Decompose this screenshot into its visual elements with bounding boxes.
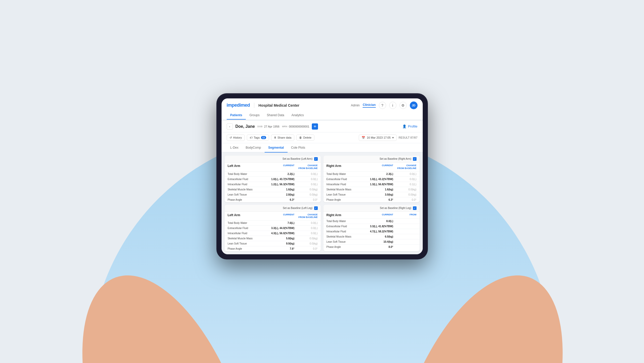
patient-meta: DOB 27 Apr 1956 <box>257 125 279 128</box>
result-value: 87/87 <box>410 136 418 139</box>
tab-l-dex[interactable]: L-Dex <box>227 143 242 153</box>
brand-logo: impedimed <box>227 103 250 108</box>
right-leg-current-header: CURRENT <box>370 213 393 217</box>
share-data-button[interactable]: ⬆ Share data <box>271 134 294 141</box>
table-row: Skeletal Muscle Mass 6.0(kg) <box>323 234 420 239</box>
left-leg-change-header: CHANGE FROM BASELINE <box>295 213 318 219</box>
check-icon: ✓ <box>315 207 317 209</box>
info-icon: i <box>392 103 393 107</box>
tags-button[interactable]: 🏷 Tags 11 <box>247 134 269 141</box>
tab-cole-plots[interactable]: Cole Plots <box>288 143 309 153</box>
action-buttons-left: ↺ History 🏷 Tags 11 ⬆ Share data 🗑 Delet… <box>227 134 314 141</box>
table-row: Lean Soft Tissue 9.9(kg) 0.0(kg) <box>225 241 321 246</box>
table-row: Extracellular Fluid 3.3(L), 44.0(%TBW) 0… <box>225 225 321 231</box>
left-leg-current-header: CURRENT <box>271 213 295 219</box>
tab-segmental[interactable]: Segmental <box>265 143 288 153</box>
eye-button[interactable]: 👁 <box>312 123 318 130</box>
brand-section: impedimed Hospital Medical Center <box>227 103 299 108</box>
left-arm-current-header: CURRENT <box>271 164 295 170</box>
action-right: 📅 16 Mar 2023 17:05 ▾ RESULT 87/87 <box>359 134 417 141</box>
patient-mrn: MRN 0000000000001 <box>282 125 309 128</box>
profile-button[interactable]: 👤 Profile <box>402 124 418 128</box>
right-leg-panel-bottom: Set as Baseline (Right Leg) ✓ Right Arm … <box>323 205 420 251</box>
delete-button[interactable]: 🗑 Delete <box>296 134 314 141</box>
table-row: Total Body Water 7.6(L) 0.0(L) <box>225 220 321 225</box>
table-row: Total Body Water 2.3(L) 0.0(L) <box>323 171 420 176</box>
share-label: Share data <box>278 136 291 139</box>
person-icon: 👤 <box>402 124 406 128</box>
table-row: Skeletal Muscle Mass 1.6(kg) 0.0(kg) <box>225 187 321 192</box>
left-leg-title: Left Arm <box>228 213 271 219</box>
table-row: Intracellular Fluid 4.7(L), 58.2(%TBW) <box>323 229 420 234</box>
date-selector[interactable]: 📅 16 Mar 2023 17:05 ▾ <box>359 134 396 141</box>
patient-name: Doe, Jane <box>235 124 255 129</box>
left-leg-panel-bottom: Set as Baseline (Left Leg) ✓ Left Arm CU… <box>225 205 321 251</box>
user-avatar[interactable]: JD <box>410 102 418 109</box>
share-icon: ⬆ <box>274 136 276 139</box>
right-leg-title: Right Arm <box>327 213 370 217</box>
result-label: RESULT <box>399 136 410 139</box>
table-row: Lean Soft Tissue 2.8(kg) 0.0(kg) <box>225 192 321 197</box>
left-arm-change-header: CHANGE FROM BASELINE <box>295 164 318 170</box>
tab-shared-data[interactable]: Shared Data <box>263 111 288 120</box>
table-row: Intracellular Fluid 1.3(L), 56.8(%TBW) 0… <box>323 182 420 187</box>
settings-icon: ⚙ <box>401 103 405 107</box>
clinician-role-button[interactable]: Clinician <box>363 103 376 108</box>
nav-right-section: Admin Clinician ? i ⚙ JD <box>351 102 417 109</box>
history-button[interactable]: ↺ History <box>227 134 245 141</box>
info-icon-button[interactable]: i <box>389 102 396 109</box>
patient-info-left: ‹ Doe, Jane DOB 27 Apr 1956 MRN 00000000… <box>227 123 318 130</box>
right-arm-current-header: CURRENT <box>370 164 393 170</box>
delete-label: Delete <box>303 136 312 139</box>
left-arm-baseline-checkbox[interactable]: ✓ <box>314 157 318 161</box>
table-row: Intracellular Fluid 1.2(L), 56.3(%TBW) 0… <box>225 182 321 187</box>
right-arm-change-header: CHANGE FROM BASELINE <box>393 164 417 170</box>
table-row: Lean Soft Tissue 3.0(kg) 0.0(kg) <box>323 192 420 197</box>
right-arm-baseline-checkbox[interactable]: ✓ <box>413 157 417 161</box>
table-row: Extracellular Fluid 1.0(L), 43.2(%TBW) 0… <box>323 176 420 182</box>
chevron-down-icon: ▾ <box>392 136 394 139</box>
admin-role-button[interactable]: Admin <box>351 104 360 107</box>
check-icon: ✓ <box>315 158 317 160</box>
check-icon: ✓ <box>414 207 416 209</box>
back-button[interactable]: ‹ <box>227 123 233 130</box>
profile-label: Profile <box>408 124 418 128</box>
table-row: Phase Angle 7.6° 0.0° <box>225 246 321 251</box>
patient-mrn-value: 0000000000001 <box>289 125 309 128</box>
left-leg-table-header: Left Arm CURRENT CHANGE FROM BASELINE <box>225 212 321 221</box>
action-bar: ↺ History 🏷 Tags 11 ⬆ Share data 🗑 Delet… <box>222 132 423 143</box>
left-arm-baseline-header: Set as Baseline (Left Arm) ✓ <box>225 156 321 163</box>
right-arm-baseline-header: Set as Baseline (Right Arm) ✓ <box>323 156 420 163</box>
tab-analytics[interactable]: Analytics <box>288 111 307 120</box>
table-row: Extracellular Fluid 3.3(L), 41.8(%TBW) <box>323 224 420 229</box>
calendar-icon: 📅 <box>362 136 365 139</box>
help-icon-button[interactable]: ? <box>379 102 386 109</box>
tag-count-badge: 11 <box>261 136 266 139</box>
left-leg-baseline-header: Set as Baseline (Left Leg) ✓ <box>225 205 321 212</box>
table-row: Skeletal Muscle Mass 1.6(kg) 0.0(kg) <box>323 187 420 192</box>
main-nav-tabs: Patients Groups Shared Data Analytics <box>227 111 418 120</box>
right-arm-title: Right Arm <box>327 164 370 170</box>
tags-label: Tags <box>254 136 260 139</box>
tablet-device: impedimed Hospital Medical Center Admin … <box>216 93 428 259</box>
right-leg-baseline-label: Set as Baseline (Right Leg) <box>380 207 411 209</box>
left-leg-baseline-checkbox[interactable]: ✓ <box>314 206 318 210</box>
tab-patients[interactable]: Patients <box>227 111 246 120</box>
tag-icon: 🏷 <box>250 136 252 139</box>
dob-label: DOB <box>257 125 263 128</box>
right-leg-baseline-checkbox[interactable]: ✓ <box>413 206 417 210</box>
settings-icon-button[interactable]: ⚙ <box>400 102 407 109</box>
eye-icon: 👁 <box>314 125 316 128</box>
right-leg-change-header: FROM <box>393 213 417 217</box>
tab-groups[interactable]: Groups <box>246 111 263 120</box>
sub-tabs-bar: L-Dex BodyComp Segmental Cole Plots <box>222 143 423 153</box>
table-row: Total Body Water 2.2(L) 0.0(L) <box>225 171 321 176</box>
patient-dob: 27 Apr 1956 <box>264 125 279 128</box>
tab-bodycomp[interactable]: BodyComp <box>242 143 265 153</box>
right-arm-baseline-label: Set as Baseline (Right Arm) <box>380 157 411 160</box>
selected-date: 16 Mar 2023 17:05 <box>367 136 390 139</box>
left-arm-table-header: Left Arm CURRENT CHANGE FROM BASELINE <box>225 163 321 171</box>
table-row: Phase Angle 8.0° <box>323 244 420 249</box>
question-icon: ? <box>381 103 384 107</box>
segmental-data-content: Set as Baseline (Left Arm) ✓ Left Arm CU… <box>222 153 423 254</box>
